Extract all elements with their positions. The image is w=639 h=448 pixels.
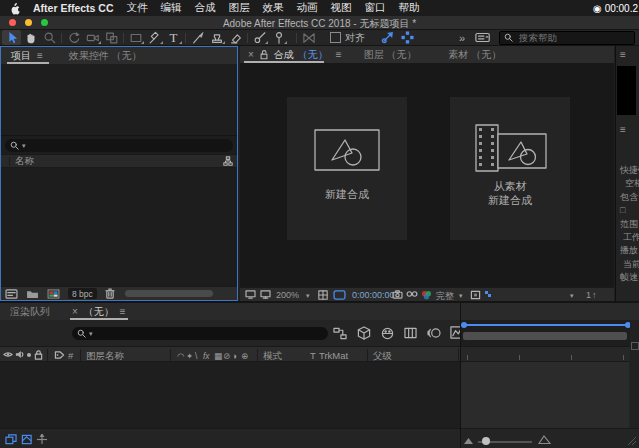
adjustment-layer-switch-icon[interactable]: ◑: [232, 351, 237, 361]
project-search-input[interactable]: [29, 137, 203, 154]
zoom-tool-button[interactable]: [40, 30, 59, 45]
layer-switches-pane-toggle[interactable]: [5, 434, 17, 445]
snap-checkbox[interactable]: [330, 32, 341, 43]
workspace-switcher-icon[interactable]: [475, 32, 491, 43]
inout-pane-toggle[interactable]: [36, 434, 48, 445]
menubar-item-composition[interactable]: 合成: [195, 1, 216, 15]
label-column-icon[interactable]: [54, 350, 65, 360]
lock-panel-icon[interactable]: [259, 49, 269, 60]
draft-3d-icon[interactable]: [357, 326, 371, 340]
frame-blend-switch-icon[interactable]: ▦: [214, 351, 222, 361]
screen-record-icon[interactable]: ◉: [593, 3, 602, 14]
axis-mode-icon[interactable]: [299, 30, 318, 45]
brush-tool-button[interactable]: [188, 30, 207, 45]
new-folder-icon[interactable]: [26, 289, 39, 299]
time-ruler[interactable]: [461, 346, 630, 362]
resize-grip[interactable]: [626, 435, 636, 445]
always-preview-icon[interactable]: [245, 290, 256, 299]
close-tab-icon[interactable]: ×: [72, 306, 78, 317]
menubar-item-view[interactable]: 视图: [331, 1, 352, 15]
index-column-header[interactable]: #: [68, 350, 73, 361]
lock-column-icon[interactable]: [34, 350, 43, 360]
interpret-footage-icon[interactable]: [5, 289, 18, 299]
quality-switch-icon[interactable]: \: [195, 351, 197, 361]
magnification-value[interactable]: 200%: [276, 290, 299, 300]
new-composition-from-footage-button[interactable]: 从素材 新建合成: [450, 97, 570, 240]
new-composition-button[interactable]: 新建合成: [287, 97, 407, 240]
shy-switch-icon[interactable]: ◠: [177, 351, 184, 361]
fast-preview-dropdown-icon[interactable]: ▾: [570, 292, 574, 299]
scroll-up-icon[interactable]: ↑: [592, 290, 597, 300]
menubar-item-file[interactable]: 文件: [127, 1, 148, 15]
clone-stamp-tool-button[interactable]: [207, 30, 226, 45]
mini-flowchart-icon[interactable]: [333, 327, 347, 340]
roto-brush-tool-button[interactable]: [250, 30, 269, 45]
selection-tool-button[interactable]: [2, 30, 21, 45]
resolution-dropdown-icon[interactable]: ▾: [459, 292, 463, 299]
menubar-item-help[interactable]: 帮助: [399, 1, 420, 15]
hand-tool-button[interactable]: [21, 30, 40, 45]
type-tool-button[interactable]: T: [164, 30, 183, 45]
project-search-field[interactable]: ▾: [5, 139, 233, 152]
navigator-start-handle[interactable]: [461, 322, 467, 328]
grid-and-guides-icon[interactable]: [318, 290, 328, 300]
horizontal-scrollbar[interactable]: [125, 290, 213, 297]
search-help-field[interactable]: [499, 31, 635, 45]
search-help-input[interactable]: [517, 31, 621, 44]
tab-composition[interactable]: 合成: [274, 48, 294, 62]
timeline-panel-menu-icon[interactable]: ≡: [120, 306, 126, 317]
search-options-dropdown-icon[interactable]: ▾: [89, 330, 93, 337]
show-channels-icon[interactable]: [421, 290, 432, 300]
delete-icon[interactable]: [105, 288, 115, 299]
tab-composition-none[interactable]: （无）: [298, 48, 328, 62]
rotation-tool-button[interactable]: [64, 30, 83, 45]
menubar-item-window[interactable]: 窗口: [365, 1, 386, 15]
time-navigator-bar[interactable]: [463, 324, 629, 326]
secondary-monitor-icon[interactable]: [260, 290, 271, 299]
strip-panel-menu-icon[interactable]: ≡: [620, 49, 626, 60]
tab-layer[interactable]: 图层 （无）: [364, 48, 417, 62]
frame-blend-icon[interactable]: [404, 327, 417, 339]
tab-timeline-none[interactable]: （无）: [84, 305, 114, 319]
fx-switch-icon[interactable]: fx: [203, 351, 210, 361]
menubar-item-layer[interactable]: 图层: [229, 1, 250, 15]
apple-menu-icon[interactable]: [9, 2, 20, 15]
search-options-dropdown-icon[interactable]: ▾: [22, 142, 26, 149]
tab-effect-controls[interactable]: 效果控件 （无）: [69, 49, 142, 63]
magnification-dropdown-icon[interactable]: ▾: [306, 292, 310, 299]
3d-layer-switch-icon[interactable]: ⊕: [241, 351, 248, 361]
camera-tool-button[interactable]: [83, 30, 102, 45]
motion-blur-icon[interactable]: [427, 327, 441, 339]
timeline-zoom-knob[interactable]: [482, 437, 490, 445]
menubar-app-name[interactable]: After Effects CC: [33, 2, 114, 14]
toolbar-overflow-icon[interactable]: »: [459, 32, 465, 44]
eraser-tool-button[interactable]: [226, 30, 245, 45]
name-column-header[interactable]: 名称: [15, 155, 34, 168]
zoom-out-icon[interactable]: [464, 438, 473, 444]
trkmat-column-header[interactable]: TrkMat: [319, 350, 348, 361]
zoom-in-icon[interactable]: [538, 435, 551, 444]
transfer-controls-pane-toggle[interactable]: [21, 434, 33, 445]
comp-panel-menu-icon[interactable]: ≡: [336, 49, 342, 60]
timeline-search-input[interactable]: [96, 325, 290, 342]
layer-list-area[interactable]: [0, 362, 460, 428]
comp-marker-bin-button[interactable]: [631, 342, 639, 350]
solo-column-icon[interactable]: [27, 353, 31, 357]
close-tab-icon[interactable]: ×: [248, 49, 254, 60]
show-snapshot-icon[interactable]: [406, 290, 418, 298]
work-area-bar[interactable]: [463, 332, 627, 340]
audio-column-icon[interactable]: [15, 350, 24, 359]
strip-panel-menu-icon-2[interactable]: ≡: [620, 124, 626, 135]
transparency-grid-icon[interactable]: [485, 291, 493, 297]
current-timecode[interactable]: 0:00:00:00: [352, 290, 395, 300]
tab-footage[interactable]: 素材 （无）: [448, 48, 501, 62]
track-area[interactable]: [461, 362, 629, 428]
shared-view-icon[interactable]: [381, 31, 394, 44]
motion-blur-switch-icon[interactable]: ⊘: [223, 351, 230, 361]
project-panel-menu-icon[interactable]: ≡: [37, 50, 43, 61]
video-column-icon[interactable]: [3, 351, 13, 358]
tab-render-queue[interactable]: 渲染队列: [10, 305, 50, 319]
t-column-header[interactable]: T: [310, 350, 316, 361]
mask-visibility-icon[interactable]: [333, 290, 346, 300]
timeline-pane-divider[interactable]: [460, 303, 461, 448]
